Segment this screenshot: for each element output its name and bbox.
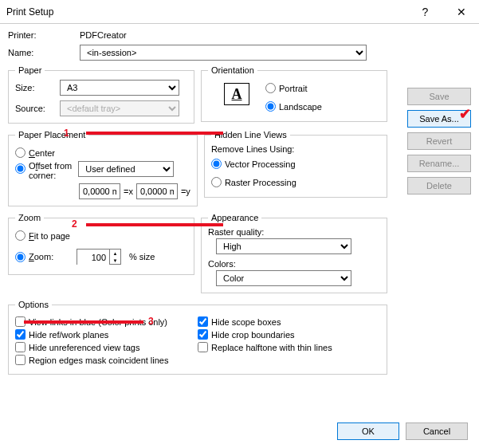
- printer-label: Printer:: [8, 30, 80, 40]
- name-select[interactable]: <in-session>: [80, 45, 367, 61]
- center-label: Center: [29, 148, 55, 158]
- size-select[interactable]: A3: [60, 80, 179, 96]
- hide-unref-label: Hide unreferenced view tags: [29, 343, 139, 352]
- source-label: Source:: [15, 104, 60, 113]
- size-label: Size:: [15, 83, 60, 92]
- portrait-label: Portrait: [279, 84, 307, 93]
- source-select: <default tray>: [60, 100, 179, 116]
- center-radio[interactable]: [15, 147, 26, 158]
- region-edges-check[interactable]: [15, 355, 26, 365]
- help-icon[interactable]: ?: [407, 1, 443, 23]
- colors-label: Colors:: [208, 259, 380, 269]
- appearance-legend: Appearance: [208, 213, 261, 222]
- side-buttons: Save Save As... Revert Rename... Delete: [407, 88, 471, 195]
- window-title: Print Setup: [6, 6, 407, 18]
- rename-button[interactable]: Rename...: [407, 155, 471, 172]
- annotation-line-3: [24, 320, 143, 324]
- zoom-input[interactable]: [77, 250, 109, 265]
- revert-button[interactable]: Revert: [407, 132, 471, 150]
- replace-halftone-label: Replace halftone with thin lines: [211, 343, 332, 352]
- annotation-num-1: 1: [64, 128, 69, 139]
- placement-legend: Paper Placement: [15, 130, 88, 140]
- chevron-down-icon[interactable]: ▼: [110, 257, 120, 264]
- dialog-content: Printer: PDFCreator Name: <in-session> P…: [0, 24, 479, 448]
- hidden-group: Hidden Line Views Remove Lines Using: Ve…: [204, 130, 387, 198]
- remove-label: Remove Lines Using:: [211, 144, 380, 154]
- annotation-line-2: [86, 223, 223, 226]
- raster-label: Raster Processing: [225, 178, 296, 187]
- annotation-num-2: 2: [72, 218, 77, 230]
- name-label: Name:: [8, 48, 80, 57]
- printer-value: PDFCreator: [80, 30, 127, 40]
- delete-button[interactable]: Delete: [407, 177, 471, 195]
- options-group: Options View links in blue (Color prints…: [8, 300, 387, 375]
- offset-y-input[interactable]: [136, 183, 178, 199]
- replace-halftone-check[interactable]: [198, 342, 208, 352]
- offset-y-eq: =y: [181, 187, 190, 196]
- hide-scope-label: Hide scope boxes: [211, 317, 281, 327]
- orientation-group: Orientation A Portrait Landscape: [201, 65, 387, 122]
- offset-label: Offset fromcorner:: [29, 161, 72, 180]
- annotation-check-icon: ✔: [459, 105, 471, 123]
- raster-quality-label: Raster quality:: [208, 227, 380, 237]
- hide-unref-check[interactable]: [15, 342, 26, 352]
- chevron-up-icon[interactable]: ▲: [110, 250, 120, 257]
- zoom-legend: Zoom: [15, 213, 44, 222]
- region-edges-label: Region edges mask coincident lines: [29, 356, 169, 365]
- fit-label: Fit to page: [29, 231, 70, 241]
- close-icon[interactable]: ✕: [443, 1, 479, 23]
- hide-scope-check[interactable]: [198, 316, 208, 327]
- offset-radio[interactable]: [15, 163, 26, 174]
- vector-label: Vector Processing: [225, 159, 296, 169]
- annotation-num-3: 3: [148, 316, 154, 327]
- dialog-buttons: OK Cancel: [337, 422, 468, 440]
- offset-x-input[interactable]: [79, 183, 120, 199]
- landscape-label: Landscape: [279, 102, 322, 112]
- fit-radio[interactable]: [15, 230, 26, 241]
- annotation-line-1: [86, 132, 223, 135]
- page-icon: A: [224, 83, 249, 105]
- cancel-button[interactable]: Cancel: [406, 422, 468, 440]
- placement-group: Paper Placement Center Offset fromcorner…: [8, 130, 198, 206]
- offset-select[interactable]: User defined: [78, 161, 174, 177]
- paper-group: Paper Size: A3 Source: <default tray>: [8, 65, 194, 124]
- hide-crop-check[interactable]: [198, 329, 208, 340]
- hide-ref-check[interactable]: [15, 329, 26, 340]
- hide-ref-label: Hide ref/work planes: [29, 330, 108, 340]
- zoom-stepper[interactable]: ▲▼: [77, 249, 121, 265]
- zoom-pct-label: % size: [129, 252, 155, 261]
- zoom-group: Zoom Fit to page Zoom: ▲▼ % size: [8, 213, 194, 275]
- offset-x-eq: =x: [124, 187, 133, 196]
- ok-button[interactable]: OK: [337, 422, 399, 440]
- raster-quality-select[interactable]: High: [216, 238, 351, 254]
- zoom-label: Zoom:: [29, 252, 73, 261]
- raster-radio[interactable]: [211, 177, 222, 187]
- hide-crop-label: Hide crop boundaries: [211, 330, 295, 340]
- appearance-group: Appearance Raster quality: High Colors: …: [201, 213, 387, 293]
- portrait-radio[interactable]: [265, 83, 276, 93]
- titlebar: Print Setup ? ✕: [0, 0, 479, 24]
- landscape-radio[interactable]: [265, 101, 276, 112]
- colors-select[interactable]: Color: [216, 270, 351, 286]
- paper-legend: Paper: [15, 65, 45, 75]
- zoom-radio[interactable]: [15, 252, 26, 262]
- options-legend: Options: [15, 300, 52, 309]
- vector-radio[interactable]: [211, 159, 222, 169]
- save-button[interactable]: Save: [407, 88, 471, 105]
- orientation-legend: Orientation: [208, 65, 257, 75]
